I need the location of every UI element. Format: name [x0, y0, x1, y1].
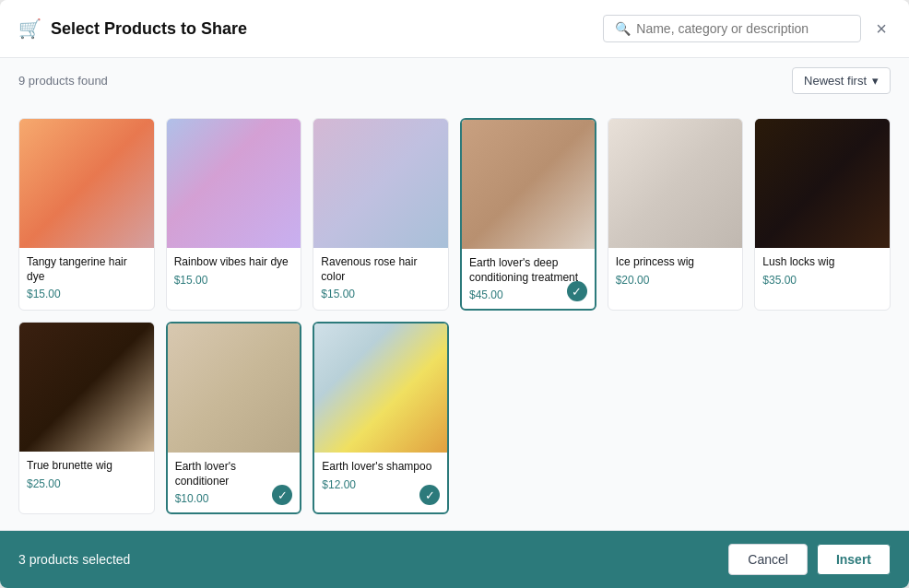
modal: 🛒 Select Products to Share 🔍 × 9 product… — [0, 0, 909, 588]
product-image — [462, 120, 595, 249]
product-info: True brunette wig$25.00 — [19, 452, 154, 498]
product-image — [608, 119, 743, 248]
product-price: $15.00 — [321, 288, 441, 300]
product-info: Ravenous rose hair color$15.00 — [313, 248, 448, 308]
product-name: True brunette wig — [27, 459, 147, 474]
product-name: Ice princess wig — [616, 255, 736, 270]
selected-check-icon: ✓ — [419, 485, 440, 505]
search-icon: 🔍 — [615, 21, 631, 36]
product-image — [19, 323, 154, 452]
search-input[interactable] — [636, 21, 839, 36]
product-card[interactable]: True brunette wig$25.00 — [18, 322, 155, 514]
product-price: $20.00 — [616, 274, 736, 287]
product-card[interactable]: Rainbow vibes hair dye$15.00 — [166, 118, 302, 311]
product-image — [313, 119, 448, 248]
product-card[interactable]: Lush locks wig$35.00 — [754, 118, 891, 311]
product-info: Rainbow vibes hair dye$15.00 — [167, 248, 301, 294]
product-image — [314, 323, 447, 453]
selected-count: 3 products selected — [18, 552, 130, 567]
product-card[interactable]: Earth lover's shampoo$12.00✓ — [313, 322, 449, 514]
modal-subheader: 9 products found Newest first ▾ — [0, 58, 909, 103]
product-info: Lush locks wig$35.00 — [755, 248, 890, 294]
product-price: $15.00 — [174, 274, 294, 287]
product-card[interactable]: Ice princess wig$20.00 — [608, 118, 744, 311]
product-card[interactable]: Tangy tangerine hair dye$15.00 — [18, 118, 155, 311]
product-name: Ravenous rose hair color — [321, 255, 441, 284]
product-name: Earth lover's shampoo — [322, 460, 440, 475]
products-count: 9 products found — [18, 74, 108, 88]
sort-label: Newest first — [804, 74, 867, 88]
sort-chevron-icon: ▾ — [872, 74, 879, 88]
cancel-button[interactable]: Cancel — [728, 544, 808, 575]
products-grid: Tangy tangerine hair dye$15.00Rainbow vi… — [18, 118, 891, 514]
search-box[interactable]: 🔍 — [603, 15, 861, 42]
product-card[interactable]: Earth lover's deep conditioning treatmen… — [460, 118, 596, 311]
modal-body: Tangy tangerine hair dye$15.00Rainbow vi… — [0, 103, 909, 530]
insert-button[interactable]: Insert — [817, 544, 891, 575]
product-price: $25.00 — [27, 477, 147, 490]
product-info: Ice princess wig$20.00 — [608, 248, 743, 294]
cart-icon: 🛒 — [18, 18, 41, 40]
product-image — [167, 119, 301, 248]
product-price: $15.00 — [27, 288, 147, 300]
product-image — [168, 323, 301, 453]
product-name: Lush locks wig — [762, 255, 882, 270]
footer-actions: Cancel Insert — [728, 544, 891, 575]
sort-button[interactable]: Newest first ▾ — [792, 67, 891, 94]
product-image — [755, 119, 890, 248]
product-name: Earth lover's conditioner — [175, 460, 293, 488]
product-image — [19, 119, 154, 248]
modal-title: Select Products to Share — [51, 19, 247, 39]
product-name: Rainbow vibes hair dye — [174, 255, 294, 270]
modal-footer: 3 products selected Cancel Insert — [0, 530, 909, 588]
product-name: Earth lover's deep conditioning treatmen… — [469, 256, 587, 285]
close-button[interactable]: × — [872, 16, 891, 41]
product-price: $35.00 — [762, 274, 882, 287]
modal-title-area: 🛒 Select Products to Share — [18, 18, 247, 40]
product-name: Tangy tangerine hair dye — [27, 255, 147, 284]
product-card[interactable]: Ravenous rose hair color$15.00 — [313, 118, 449, 311]
product-card[interactable]: Earth lover's conditioner$10.00✓ — [166, 322, 302, 514]
product-info: Tangy tangerine hair dye$15.00 — [19, 248, 154, 308]
modal-header: 🛒 Select Products to Share 🔍 × — [0, 0, 909, 58]
selected-check-icon: ✓ — [567, 281, 587, 301]
